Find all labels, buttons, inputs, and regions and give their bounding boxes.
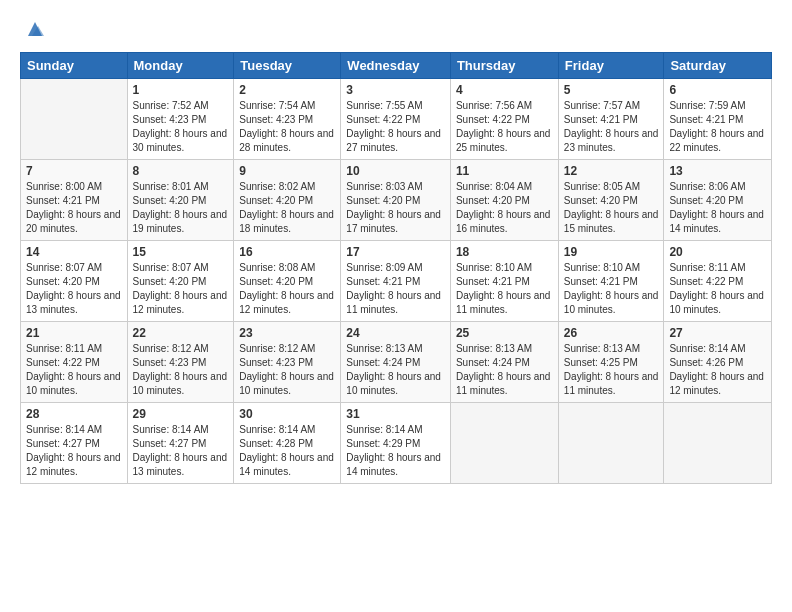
daylight-text: Daylight: 8 hours and 11 minutes. — [564, 371, 659, 396]
sunset-text: Sunset: 4:20 PM — [239, 276, 313, 287]
calendar-cell: 21Sunrise: 8:11 AMSunset: 4:22 PMDayligh… — [21, 322, 128, 403]
sunset-text: Sunset: 4:23 PM — [133, 114, 207, 125]
daylight-text: Daylight: 8 hours and 12 minutes. — [669, 371, 764, 396]
day-info: Sunrise: 7:52 AMSunset: 4:23 PMDaylight:… — [133, 99, 229, 155]
day-info: Sunrise: 8:14 AMSunset: 4:29 PMDaylight:… — [346, 423, 445, 479]
day-info: Sunrise: 8:12 AMSunset: 4:23 PMDaylight:… — [239, 342, 335, 398]
sunrise-text: Sunrise: 8:14 AM — [669, 343, 745, 354]
day-number: 7 — [26, 164, 122, 178]
day-info: Sunrise: 8:14 AMSunset: 4:28 PMDaylight:… — [239, 423, 335, 479]
day-number: 23 — [239, 326, 335, 340]
weekday-header-monday: Monday — [127, 53, 234, 79]
day-number: 17 — [346, 245, 445, 259]
sunrise-text: Sunrise: 8:03 AM — [346, 181, 422, 192]
daylight-text: Daylight: 8 hours and 10 minutes. — [133, 371, 228, 396]
sunrise-text: Sunrise: 8:10 AM — [456, 262, 532, 273]
sunrise-text: Sunrise: 7:59 AM — [669, 100, 745, 111]
day-number: 18 — [456, 245, 553, 259]
day-number: 26 — [564, 326, 659, 340]
sunrise-text: Sunrise: 8:05 AM — [564, 181, 640, 192]
sunrise-text: Sunrise: 8:11 AM — [26, 343, 102, 354]
day-info: Sunrise: 8:04 AMSunset: 4:20 PMDaylight:… — [456, 180, 553, 236]
daylight-text: Daylight: 8 hours and 28 minutes. — [239, 128, 334, 153]
sunset-text: Sunset: 4:28 PM — [239, 438, 313, 449]
sunset-text: Sunset: 4:20 PM — [669, 195, 743, 206]
daylight-text: Daylight: 8 hours and 27 minutes. — [346, 128, 441, 153]
calendar-cell — [558, 403, 664, 484]
calendar-cell: 27Sunrise: 8:14 AMSunset: 4:26 PMDayligh… — [664, 322, 772, 403]
daylight-text: Daylight: 8 hours and 11 minutes. — [456, 371, 551, 396]
sunrise-text: Sunrise: 8:04 AM — [456, 181, 532, 192]
sunset-text: Sunset: 4:23 PM — [133, 357, 207, 368]
sunrise-text: Sunrise: 8:07 AM — [26, 262, 102, 273]
daylight-text: Daylight: 8 hours and 10 minutes. — [239, 371, 334, 396]
week-row-4: 21Sunrise: 8:11 AMSunset: 4:22 PMDayligh… — [21, 322, 772, 403]
calendar-cell: 5Sunrise: 7:57 AMSunset: 4:21 PMDaylight… — [558, 79, 664, 160]
logo — [20, 18, 46, 46]
day-number: 13 — [669, 164, 766, 178]
sunset-text: Sunset: 4:29 PM — [346, 438, 420, 449]
day-number: 20 — [669, 245, 766, 259]
daylight-text: Daylight: 8 hours and 13 minutes. — [26, 290, 121, 315]
calendar-cell: 14Sunrise: 8:07 AMSunset: 4:20 PMDayligh… — [21, 241, 128, 322]
day-number: 14 — [26, 245, 122, 259]
day-number: 8 — [133, 164, 229, 178]
sunrise-text: Sunrise: 8:02 AM — [239, 181, 315, 192]
sunrise-text: Sunrise: 7:52 AM — [133, 100, 209, 111]
day-info: Sunrise: 8:03 AMSunset: 4:20 PMDaylight:… — [346, 180, 445, 236]
calendar-cell: 11Sunrise: 8:04 AMSunset: 4:20 PMDayligh… — [450, 160, 558, 241]
sunrise-text: Sunrise: 8:14 AM — [26, 424, 102, 435]
daylight-text: Daylight: 8 hours and 10 minutes. — [669, 290, 764, 315]
calendar-table: SundayMondayTuesdayWednesdayThursdayFrid… — [20, 52, 772, 484]
day-number: 15 — [133, 245, 229, 259]
day-number: 27 — [669, 326, 766, 340]
sunrise-text: Sunrise: 8:14 AM — [133, 424, 209, 435]
calendar-cell: 22Sunrise: 8:12 AMSunset: 4:23 PMDayligh… — [127, 322, 234, 403]
calendar-cell: 6Sunrise: 7:59 AMSunset: 4:21 PMDaylight… — [664, 79, 772, 160]
daylight-text: Daylight: 8 hours and 15 minutes. — [564, 209, 659, 234]
day-number: 11 — [456, 164, 553, 178]
day-info: Sunrise: 8:14 AMSunset: 4:26 PMDaylight:… — [669, 342, 766, 398]
day-number: 5 — [564, 83, 659, 97]
daylight-text: Daylight: 8 hours and 14 minutes. — [669, 209, 764, 234]
calendar-cell: 23Sunrise: 8:12 AMSunset: 4:23 PMDayligh… — [234, 322, 341, 403]
daylight-text: Daylight: 8 hours and 16 minutes. — [456, 209, 551, 234]
calendar-cell: 24Sunrise: 8:13 AMSunset: 4:24 PMDayligh… — [341, 322, 451, 403]
calendar-cell: 30Sunrise: 8:14 AMSunset: 4:28 PMDayligh… — [234, 403, 341, 484]
daylight-text: Daylight: 8 hours and 17 minutes. — [346, 209, 441, 234]
sunset-text: Sunset: 4:21 PM — [669, 114, 743, 125]
sunrise-text: Sunrise: 7:54 AM — [239, 100, 315, 111]
daylight-text: Daylight: 8 hours and 22 minutes. — [669, 128, 764, 153]
weekday-header-row: SundayMondayTuesdayWednesdayThursdayFrid… — [21, 53, 772, 79]
weekday-header-sunday: Sunday — [21, 53, 128, 79]
weekday-header-tuesday: Tuesday — [234, 53, 341, 79]
week-row-3: 14Sunrise: 8:07 AMSunset: 4:20 PMDayligh… — [21, 241, 772, 322]
sunrise-text: Sunrise: 8:07 AM — [133, 262, 209, 273]
day-number: 6 — [669, 83, 766, 97]
sunset-text: Sunset: 4:21 PM — [564, 114, 638, 125]
sunrise-text: Sunrise: 7:56 AM — [456, 100, 532, 111]
sunset-text: Sunset: 4:21 PM — [456, 276, 530, 287]
calendar-cell — [21, 79, 128, 160]
day-info: Sunrise: 8:14 AMSunset: 4:27 PMDaylight:… — [133, 423, 229, 479]
day-info: Sunrise: 8:08 AMSunset: 4:20 PMDaylight:… — [239, 261, 335, 317]
day-info: Sunrise: 8:13 AMSunset: 4:25 PMDaylight:… — [564, 342, 659, 398]
daylight-text: Daylight: 8 hours and 25 minutes. — [456, 128, 551, 153]
day-number: 10 — [346, 164, 445, 178]
calendar-cell: 29Sunrise: 8:14 AMSunset: 4:27 PMDayligh… — [127, 403, 234, 484]
sunset-text: Sunset: 4:21 PM — [346, 276, 420, 287]
daylight-text: Daylight: 8 hours and 12 minutes. — [26, 452, 121, 477]
sunset-text: Sunset: 4:24 PM — [346, 357, 420, 368]
calendar-cell — [664, 403, 772, 484]
week-row-2: 7Sunrise: 8:00 AMSunset: 4:21 PMDaylight… — [21, 160, 772, 241]
day-info: Sunrise: 8:11 AMSunset: 4:22 PMDaylight:… — [669, 261, 766, 317]
sunset-text: Sunset: 4:20 PM — [133, 276, 207, 287]
sunset-text: Sunset: 4:25 PM — [564, 357, 638, 368]
sunrise-text: Sunrise: 8:14 AM — [346, 424, 422, 435]
daylight-text: Daylight: 8 hours and 10 minutes. — [26, 371, 121, 396]
page: SundayMondayTuesdayWednesdayThursdayFrid… — [0, 0, 792, 612]
day-number: 12 — [564, 164, 659, 178]
day-number: 22 — [133, 326, 229, 340]
sunset-text: Sunset: 4:26 PM — [669, 357, 743, 368]
daylight-text: Daylight: 8 hours and 14 minutes. — [346, 452, 441, 477]
